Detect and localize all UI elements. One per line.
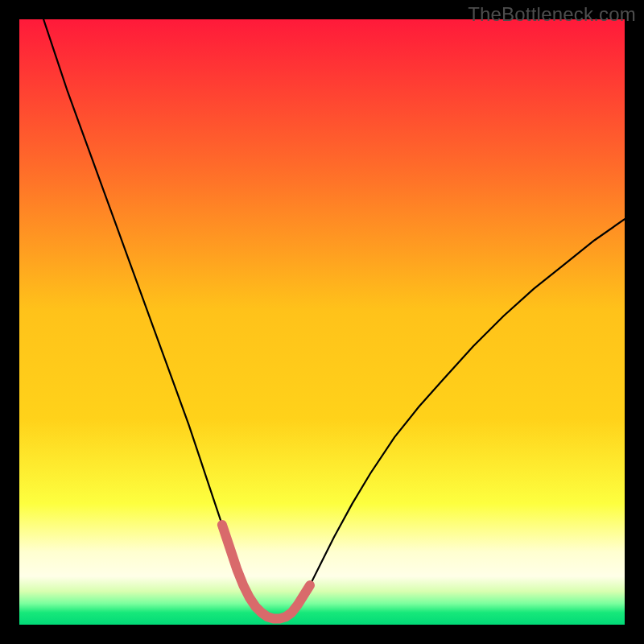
chart-background-gradient <box>19 19 625 625</box>
watermark-text: TheBottleneck.com <box>468 3 636 26</box>
bottleneck-chart <box>19 19 625 625</box>
chart-frame <box>19 19 625 625</box>
